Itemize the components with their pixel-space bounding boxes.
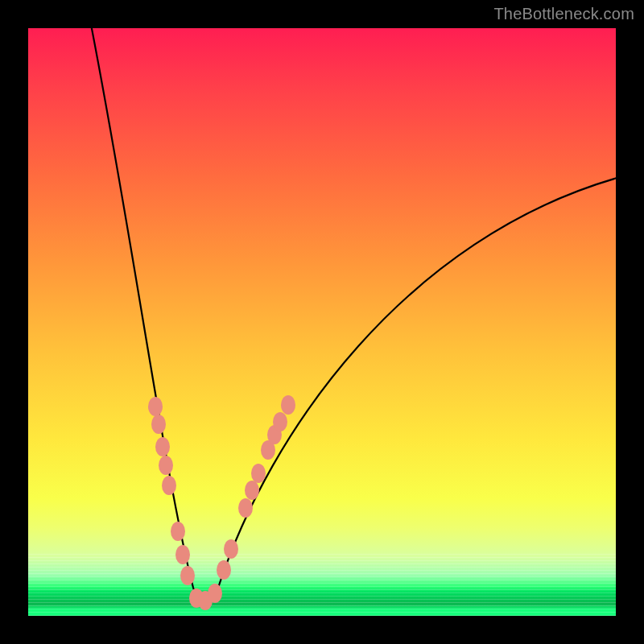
watermark-text: TheBottleneck.com <box>493 5 634 23</box>
curve-marker <box>224 539 238 559</box>
curve-marker <box>273 412 287 431</box>
curve-marker <box>245 481 259 500</box>
curve-marker <box>162 476 176 495</box>
curve-marker <box>217 560 231 580</box>
curve-marker <box>151 415 166 434</box>
curve-svg <box>28 28 616 616</box>
curve-marker <box>155 437 170 456</box>
curve-marker <box>148 397 163 416</box>
curve-marker <box>180 566 195 585</box>
curve-marker <box>159 456 173 475</box>
curve-marker <box>175 545 190 564</box>
chart-frame: TheBottleneck.com <box>0 0 644 644</box>
curve-marker <box>281 395 295 415</box>
curve-marker <box>238 498 253 518</box>
curve-marker <box>208 584 222 603</box>
curve-marker <box>251 464 266 483</box>
plot-area <box>28 28 616 616</box>
bottleneck-curve <box>89 28 616 601</box>
curve-marker <box>171 522 185 541</box>
curve-markers <box>148 395 295 610</box>
